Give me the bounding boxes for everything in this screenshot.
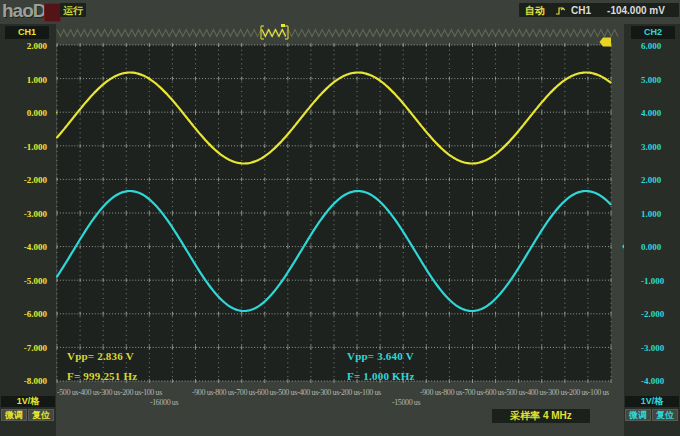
- ch1-volts-per-div: 1V/格: [1, 396, 55, 407]
- scale-label: 0.000: [2, 108, 47, 118]
- time-axis-group-3: -900 us-800 us-700 us-600 us-500 us-400 …: [420, 388, 609, 397]
- ch2-header[interactable]: CH2: [631, 26, 675, 39]
- oscilloscope-app: 12 haoD 运行 自动 CH1 -104.000 mV CH1 CH2 2.…: [0, 0, 680, 436]
- scale-label: -1.000: [641, 276, 680, 286]
- ch1-vpp-readout: Vpp= 2.836 V: [67, 350, 134, 362]
- brand-logo: haoD: [2, 0, 46, 22]
- scale-label: -2.000: [2, 175, 47, 185]
- scale-label: 4.000: [641, 108, 680, 118]
- scale-label: 0.000: [641, 242, 680, 252]
- run-status-badge[interactable]: 运行: [60, 3, 86, 17]
- scale-label: -8.000: [2, 376, 47, 386]
- scale-label: -2.000: [641, 309, 680, 319]
- ch2-trace: [57, 191, 611, 311]
- scale-label: -3.000: [641, 343, 680, 353]
- ch1-reset-button[interactable]: 复位: [28, 409, 54, 421]
- scale-label: -4.000: [2, 242, 47, 252]
- scale-label: -3.000: [2, 209, 47, 219]
- scale-label: 1.000: [641, 209, 680, 219]
- scale-label: 3.000: [641, 142, 680, 152]
- ch2-volts-per-div: 1V/格: [625, 396, 679, 407]
- time-axis-major-1: -16000 us: [150, 398, 178, 407]
- scale-label: 5.000: [641, 75, 680, 85]
- time-axis-group-1: -500 us-400 us-300 us-200 us-100 us: [57, 388, 162, 397]
- time-axis-group-2: -900 us-800 us-700 us-600 us-500 us-400 …: [192, 388, 381, 397]
- trigger-time-flag[interactable]: [600, 38, 612, 47]
- scale-label: -5.000: [2, 276, 47, 286]
- ch1-freq-readout: F= 999.251 Hz: [67, 370, 137, 382]
- scale-label: 2.000: [2, 41, 47, 51]
- logo-seal-icon: [44, 3, 61, 22]
- scale-label: 1.000: [2, 75, 47, 85]
- trigger-mode-badge[interactable]: 自动: [519, 3, 551, 17]
- ch2-reset-button[interactable]: 复位: [652, 409, 678, 421]
- grid-division-ticks: [57, 43, 611, 383]
- sample-rate-badge: 采样率 4 MHz: [492, 409, 590, 423]
- scale-label: -6.000: [2, 309, 47, 319]
- ch1-header[interactable]: CH1: [5, 26, 49, 39]
- ch2-vpp-readout: Vpp= 3.640 V: [347, 350, 414, 362]
- rising-edge-icon: [554, 4, 566, 17]
- scale-label: 6.000: [641, 41, 680, 51]
- overview-waveform: [57, 30, 618, 37]
- ch2-panel: [624, 24, 680, 436]
- time-axis-major-2: -15000 us: [392, 398, 420, 407]
- scale-label: -1.000: [2, 142, 47, 152]
- scale-label: -7.000: [2, 343, 47, 353]
- trigger-source-badge[interactable]: CH1: [567, 3, 595, 17]
- scale-label: 2.000: [641, 175, 680, 185]
- overview-trigger-tick: [281, 24, 285, 27]
- ch1-panel: [0, 24, 56, 436]
- ch1-trace: [57, 73, 611, 164]
- trigger-level-readout[interactable]: -104.000 mV: [593, 3, 679, 17]
- ch1-fine-button[interactable]: 微调: [1, 409, 27, 421]
- scale-label: -4.000: [641, 376, 680, 386]
- ch2-fine-button[interactable]: 微调: [625, 409, 651, 421]
- ch2-freq-readout: F= 1.000 KHz: [347, 370, 415, 382]
